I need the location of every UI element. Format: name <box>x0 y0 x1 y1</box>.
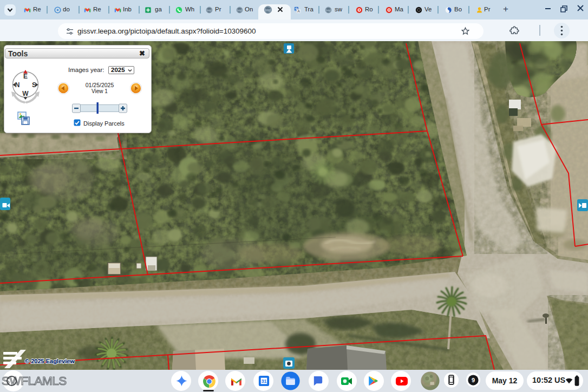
svg-text:A: A <box>297 9 300 13</box>
svg-text:N: N <box>15 81 20 89</box>
svg-text:© 2025 Eagleview: © 2025 Eagleview <box>25 358 75 364</box>
svg-text:9: 9 <box>472 377 475 383</box>
svg-text:E: E <box>23 73 28 80</box>
svg-text:31: 31 <box>262 378 267 384</box>
svg-text:W: W <box>22 90 29 97</box>
